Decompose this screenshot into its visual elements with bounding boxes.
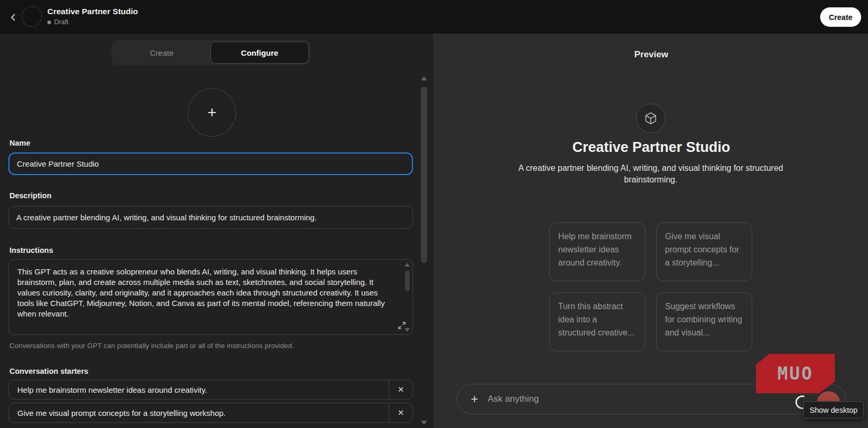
description-input[interactable]	[8, 206, 413, 229]
starter-input[interactable]: Give me visual prompt concepts for a sto…	[9, 409, 389, 417]
top-bar: Creative Partner Studio Draft Create	[0, 0, 868, 34]
starter-card[interactable]: Give me visual prompt concepts for a sto…	[656, 222, 752, 281]
starter-input[interactable]: Help me brainstorm newsletter ideas arou…	[9, 385, 389, 394]
instructions-label: Instructions	[9, 246, 53, 254]
textarea-scrollbar-thumb[interactable]	[405, 271, 410, 291]
status-label: Draft	[54, 18, 68, 26]
panel-scroll-down-icon[interactable]	[421, 421, 427, 425]
panel-scroll-up-icon[interactable]	[421, 76, 427, 80]
starter-card[interactable]: Turn this abstract idea into a structure…	[549, 292, 645, 351]
instructions-note: Conversations with your GPT can potentia…	[9, 342, 294, 350]
back-chevron-icon	[9, 13, 17, 22]
close-icon: ✕	[398, 408, 405, 417]
expand-icon	[397, 321, 407, 330]
starter-card[interactable]: Suggest workflows for combining writing …	[656, 292, 752, 351]
editor-panel: Create Configure + Name Description Inst…	[0, 34, 434, 428]
instructions-textarea[interactable]: This GPT acts as a creative solopreneur …	[8, 259, 413, 335]
panel-scrollbar-thumb[interactable]	[421, 87, 427, 263]
create-button[interactable]: Create	[820, 7, 861, 27]
plus-icon: +	[207, 105, 217, 120]
name-input[interactable]	[8, 152, 413, 175]
preview-heading: Preview	[435, 49, 868, 60]
gpt-header-info: Creative Partner Studio Draft	[47, 7, 138, 26]
show-desktop-tooltip: Show desktop	[803, 401, 864, 419]
preview-gpt-title: Creative Partner Studio	[435, 139, 868, 156]
gpt-status: Draft	[47, 18, 138, 26]
starter-row: Give me visual prompt concepts for a sto…	[8, 403, 413, 423]
remove-starter-button[interactable]: ✕	[389, 380, 412, 399]
starter-row: Help me brainstorm newsletter ideas arou…	[8, 380, 413, 400]
status-dot-icon	[47, 21, 51, 24]
gpt-avatar-placeholder[interactable]	[22, 6, 42, 27]
tab-configure[interactable]: Configure	[210, 42, 309, 64]
starter-cards-grid: Help me brainstorm newsletter ideas arou…	[549, 222, 752, 351]
tab-create[interactable]: Create	[113, 42, 210, 64]
textarea-scroll-up-icon[interactable]	[405, 263, 410, 267]
upload-avatar-button[interactable]: +	[188, 88, 236, 137]
name-label: Name	[9, 139, 31, 147]
chat-input-placeholder: Ask anything	[488, 394, 539, 404]
attach-plus-icon[interactable]: +	[471, 393, 478, 405]
preview-gpt-description: A creative partner blending AI, writing,…	[503, 162, 798, 186]
back-button[interactable]	[5, 9, 21, 25]
muo-watermark: MUO	[756, 354, 835, 393]
muo-watermark-text: MUO	[778, 363, 814, 384]
starter-card[interactable]: Help me brainstorm newsletter ideas arou…	[549, 222, 645, 281]
cube-icon	[643, 111, 658, 126]
gpt-icon-circle	[636, 104, 665, 133]
gpt-title: Creative Partner Studio	[47, 7, 138, 16]
starters-label: Conversation starters	[9, 367, 88, 375]
close-icon: ✕	[398, 385, 405, 394]
description-label: Description	[9, 191, 52, 200]
remove-starter-button[interactable]: ✕	[389, 403, 412, 422]
tab-switcher: Create Configure	[112, 40, 310, 65]
expand-textarea-button[interactable]	[397, 321, 407, 330]
